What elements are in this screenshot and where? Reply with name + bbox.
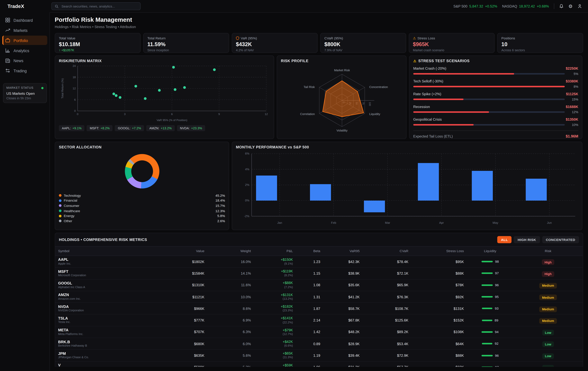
- stress-scenario-header: Geopolitical Crisis$1350K: [413, 117, 578, 121]
- holding-row-googl[interactable]: GOOGLAlphabet Inc Class A$1310K11.6%+$88…: [55, 279, 583, 291]
- badge-symbol: AMZN:: [149, 126, 159, 130]
- holding-stress-loss: $88K: [408, 271, 464, 275]
- sidebar-item-analytics[interactable]: Analytics: [2, 46, 47, 55]
- sector-color-dot: [59, 194, 62, 197]
- holding-var95: $38.9K: [320, 271, 360, 275]
- stat-card-sub: Market crash scenario: [413, 48, 491, 52]
- col-header-p-l: P&L: [251, 249, 293, 253]
- holding-beta: 1.87: [293, 307, 320, 311]
- holding-value: $635K: [152, 353, 204, 358]
- svg-text:6%: 6%: [245, 152, 249, 155]
- holding-pnl: +$59K: [251, 363, 293, 367]
- svg-text:12: 12: [73, 87, 76, 90]
- holding-beta: 2.14: [293, 318, 320, 322]
- stat-card-stress-loss: ⚠Stress Loss$965KMarket crash scenario: [409, 33, 495, 53]
- holding-stress-loss: $92K: [408, 295, 464, 299]
- holding-row-nvda[interactable]: NVDANVIDIA Corporation$966K8.6%+$182K(23…: [55, 302, 583, 314]
- holding-symbol-cell: AAPLApple Inc.: [58, 258, 152, 266]
- sidebar-item-dashboard[interactable]: Dashboard: [2, 15, 47, 25]
- sidebar-item-markets[interactable]: Markets: [2, 25, 47, 35]
- sidebar-item-trading[interactable]: Trading: [2, 66, 47, 75]
- holding-var95: $31.2K: [320, 365, 360, 367]
- holding-company: Meta Platforms Inc.: [58, 333, 152, 336]
- holding-symbol: TSLA: [58, 316, 152, 320]
- liquidity-bar: [482, 366, 493, 367]
- holding-liquidity-cell: 98: [464, 260, 516, 264]
- gear-icon[interactable]: ⚙: [568, 3, 573, 9]
- holding-pnl: +$131K: [251, 293, 293, 297]
- holding-row-v[interactable]: VVisa Inc.$598K5.3%+$59K(11.0%)1.06$31.2…: [55, 361, 583, 367]
- holding-row-amzn[interactable]: AMZNAmazon.com Inc.$1121K10.0%+$131K(13.…: [55, 291, 583, 302]
- liquidity-bar: [482, 308, 493, 309]
- stress-scenario-name: Market Crash (-20%): [413, 66, 446, 70]
- bell-icon[interactable]: [559, 4, 564, 9]
- svg-text:24: 24: [73, 64, 76, 67]
- holding-pnl-percent: (8.2%): [251, 274, 293, 277]
- sidebar-item-label: Dashboard: [13, 18, 33, 22]
- holding-stress-loss: $64K: [408, 342, 464, 346]
- holding-value: $680K: [152, 342, 204, 346]
- monthly-performance-bar-chart: -2%0%2%4%6%JanFebMarAprMayJun: [236, 149, 579, 226]
- svg-text:Liquidity: Liquidity: [369, 113, 380, 116]
- holding-row-brk.b[interactable]: BRK.BBerkshire Hathaway B$680K6.0%+$42K(…: [55, 338, 583, 350]
- sector-color-dot: [59, 209, 62, 212]
- liquidity-bar: [482, 355, 493, 356]
- topbar-divider: [554, 3, 554, 9]
- svg-text:VaR 95% (% of Position): VaR 95% (% of Position): [157, 119, 187, 122]
- holding-row-aapl[interactable]: AAPLApple Inc.$1802K16.0%+$150K(9.1%)1.2…: [55, 256, 583, 267]
- holding-row-tsla[interactable]: TSLATesla Inc.$777K6.9%+$141K(22.2%)2.14…: [55, 314, 583, 326]
- holding-row-jpm[interactable]: JPMJPMorgan Chase & Co.$635K5.6%+$65K(11…: [55, 350, 583, 361]
- holding-pnl-percent: (6.6%): [251, 344, 293, 348]
- holding-var95: $35.6K: [320, 283, 360, 287]
- ticker-nasdaq: NASDAQ 18,972.42 +0.68%: [502, 4, 549, 8]
- risk-badge: Medium: [539, 306, 557, 312]
- sidebar-item-portfolio[interactable]: Portfolio: [2, 36, 47, 45]
- sidebar-item-news[interactable]: News: [2, 56, 47, 65]
- holding-symbol-cell: VVisa Inc.: [58, 363, 152, 367]
- sector-legend-item: Other2.6%: [59, 218, 225, 224]
- liquidity-bar: [482, 273, 493, 274]
- search-input[interactable]: [61, 4, 137, 9]
- holding-row-meta[interactable]: METAMeta Platforms Inc.$707K6.3%+$79K(12…: [55, 326, 583, 338]
- dashboard-icon: [5, 18, 10, 22]
- holding-company: Berkshire Hathaway B: [58, 344, 152, 348]
- trading-icon: [5, 68, 10, 73]
- risk-badge: Low: [542, 330, 554, 335]
- holding-liquidity-cell: 94: [464, 330, 516, 334]
- stat-card-label: VaR (95%): [236, 36, 314, 40]
- holding-cvar: $57.7K: [360, 365, 409, 367]
- holding-stress-loss: $88K: [408, 353, 464, 358]
- stat-card-label: CVaR (95%): [324, 36, 402, 40]
- liquidity-bar: [482, 319, 492, 321]
- holding-stress-loss: $131K: [408, 307, 464, 311]
- holding-row-msft[interactable]: MSFTMicrosoft Corporation$1584K14.1%+$11…: [55, 267, 583, 279]
- holding-company: Apple Inc.: [58, 262, 152, 266]
- charts-row-1: RISK/RETURN MATRIX 06121824036912VaR 95%…: [55, 55, 583, 139]
- risk-badge: Medium: [539, 283, 557, 289]
- stress-scenario-1: Market Crash (-20%)$2250K5%: [413, 66, 578, 76]
- search-box[interactable]: [51, 2, 141, 10]
- stat-card-label-text: Total Return: [147, 36, 166, 40]
- stress-scenarios: Market Crash (-20%)$2250K5%Tech Selloff …: [413, 66, 578, 127]
- stat-cards-row: Total Value$10.18M↑ +$1057KTotal Return1…: [55, 33, 583, 53]
- svg-text:Jan: Jan: [277, 221, 282, 224]
- liquidity-score: 93: [495, 307, 499, 310]
- user-icon[interactable]: [578, 4, 582, 9]
- holding-var95: $28.9K: [320, 342, 360, 346]
- holding-liquidity-cell: 97: [464, 271, 516, 275]
- stock-return-badge: AMZN:+13.2%: [146, 125, 175, 131]
- risk-badge: Low: [542, 342, 554, 347]
- holding-stress-loss: $78K: [408, 283, 464, 287]
- stat-card-label-text: Total Value: [59, 36, 75, 40]
- stress-scenario-probability: 8%: [568, 85, 578, 88]
- stat-card-label: Total Value: [59, 36, 136, 40]
- stress-scenario-name: Rate Spike (+2%): [413, 92, 441, 96]
- risk-return-panel: RISK/RETURN MATRIX 06121824036912VaR 95%…: [55, 55, 274, 139]
- sector-name: Other: [64, 219, 72, 223]
- filter-concentrated[interactable]: CONCENTRATED: [542, 236, 579, 243]
- holding-beta: 1.23: [293, 259, 320, 264]
- stress-test-panel: ⚠ STRESS TEST SCENARIOS Market Crash (-2…: [409, 55, 582, 139]
- sector-legend-item: Financial18.4%: [59, 198, 225, 203]
- filter-high-risk[interactable]: HIGH RISK: [514, 236, 540, 243]
- filter-all[interactable]: ALL: [497, 236, 512, 243]
